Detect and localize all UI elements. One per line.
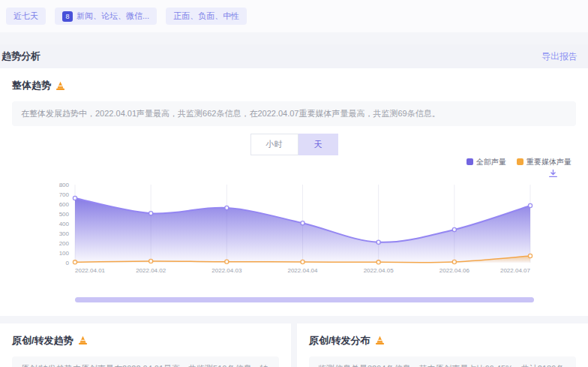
filter-chip[interactable]: 正面、负面、中性 <box>166 8 247 25</box>
data-point <box>149 211 153 215</box>
chart-legend: 全部声量重要媒体声量 <box>12 157 576 167</box>
section-header: 趋势分析 导出报告 <box>0 44 588 68</box>
overall-trend-card: 整体趋势 在整体发展趋势中，2022.04.01声量最高，共监测662条信息，在… <box>0 68 588 316</box>
overall-trend-title: 整体趋势 <box>12 79 51 92</box>
page-title: 趋势分析 <box>2 50 40 63</box>
x-axis-tick: 2022.04.03 <box>212 267 242 274</box>
legend-item[interactable]: 全部声量 <box>466 157 506 167</box>
legend-swatch <box>466 158 473 165</box>
granularity-option-day[interactable]: 天 <box>298 134 338 155</box>
filter-chip-label: 近七天 <box>14 11 38 22</box>
data-point <box>376 240 380 244</box>
datazoom-slider[interactable] <box>75 297 534 302</box>
original-repost-trend-summary: 原创/转发趋势中原创声量在2022.04.01最高，共监测510条信息；转发声量… <box>12 356 279 367</box>
y-axis-tick: 0 <box>66 260 70 266</box>
filter-chip[interactable]: 近七天 <box>6 8 46 25</box>
data-point <box>301 221 304 224</box>
x-axis-tick: 2022.04.05 <box>364 267 394 274</box>
original-repost-distribution-title: 原创/转发分布 <box>309 334 370 347</box>
legend-item[interactable]: 重要媒体声量 <box>517 157 572 167</box>
y-axis-tick: 400 <box>59 221 70 227</box>
x-axis-tick: 2022.04.06 <box>440 267 470 274</box>
cone-icon <box>56 81 65 91</box>
x-axis-tick: 2022.04.01 <box>75 267 106 274</box>
trend-area-chart: 80070060050040030020010002022.04.012022.… <box>12 180 576 282</box>
cone-icon <box>375 335 385 345</box>
original-repost-distribution-card: 原创/转发分布 监测信息总量3294条信息，其中原创声量占比66.45%，共计2… <box>297 323 588 367</box>
filter-chip-label: 正面、负面、中性 <box>173 11 239 22</box>
cone-icon <box>78 335 88 345</box>
filter-chip[interactable]: 8新闻、论坛、微信... <box>55 8 157 25</box>
data-point <box>149 259 153 263</box>
legend-label: 全部声量 <box>476 157 506 167</box>
export-report-link[interactable]: 导出报告 <box>542 50 578 63</box>
data-point <box>452 260 456 263</box>
source-count-badge: 8 <box>62 11 73 22</box>
data-point <box>225 260 229 263</box>
y-axis-tick: 600 <box>59 201 70 208</box>
y-axis-tick: 700 <box>59 191 70 198</box>
y-axis-tick: 300 <box>59 230 70 237</box>
filter-chip-label: 新闻、论坛、微信... <box>76 11 149 22</box>
overall-summary: 在整体发展趋势中，2022.04.01声量最高，共监测662条信息，在2022.… <box>12 101 576 126</box>
data-point <box>376 260 380 263</box>
data-point <box>301 260 304 263</box>
download-icon[interactable] <box>548 169 558 179</box>
granularity-option-hour[interactable]: 小时 <box>250 134 298 155</box>
chart-canvas: 80070060050040030020010002022.04.012022.… <box>12 180 576 279</box>
data-point <box>73 260 76 263</box>
x-axis-tick: 2022.04.02 <box>136 267 166 274</box>
data-point <box>225 206 229 209</box>
original-repost-distribution-summary: 监测信息总量3294条信息，其中原创声量占比66.45%，共计2189条信息；转… <box>309 356 576 367</box>
data-point <box>528 254 532 257</box>
data-point <box>452 227 456 231</box>
filter-chips-row: 近七天8新闻、论坛、微信...正面、负面、中性 <box>0 0 588 32</box>
x-axis-tick: 2022.04.04 <box>287 267 318 274</box>
data-point <box>528 203 532 207</box>
legend-swatch <box>517 158 524 165</box>
y-axis-tick: 200 <box>59 240 70 247</box>
original-repost-trend-title: 原创/转发趋势 <box>12 334 74 347</box>
y-axis-tick: 100 <box>59 250 70 257</box>
original-repost-trend-card: 原创/转发趋势 原创/转发趋势中原创声量在2022.04.01最高，共监测510… <box>0 323 291 367</box>
x-axis-tick: 2022.04.07 <box>500 267 531 274</box>
y-axis-tick: 500 <box>59 211 70 218</box>
y-axis-tick: 800 <box>59 182 70 188</box>
granularity-toggle: 小时天 <box>12 134 576 155</box>
data-point <box>73 196 76 200</box>
legend-label: 重要媒体声量 <box>526 157 572 167</box>
